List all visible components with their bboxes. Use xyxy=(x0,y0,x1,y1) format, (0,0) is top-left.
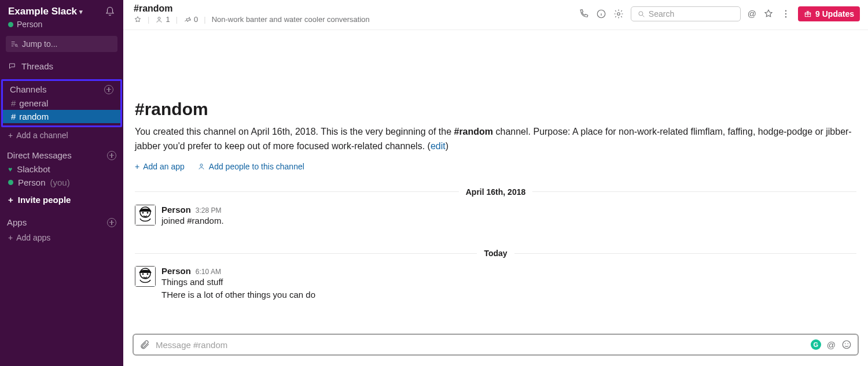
current-user[interactable]: Person xyxy=(0,19,123,34)
message-sender[interactable]: Person xyxy=(161,205,191,215)
threads-icon xyxy=(8,62,17,71)
add-channel-label: Add a channel xyxy=(16,131,68,140)
message-time: 6:10 AM xyxy=(196,268,221,276)
plus-icon: + xyxy=(135,162,139,171)
bell-icon[interactable] xyxy=(105,6,115,17)
avatar[interactable] xyxy=(135,266,156,287)
info-icon[interactable] xyxy=(596,9,606,19)
add-channel-icon[interactable] xyxy=(104,85,113,94)
dms-header[interactable]: Direct Messages xyxy=(7,150,72,160)
members-icon[interactable]: 1 xyxy=(155,15,170,24)
channel-intro-text: You created this channel on April 16th, … xyxy=(135,125,856,154)
svg-point-5 xyxy=(785,10,786,11)
apps-section: Apps xyxy=(0,214,123,230)
pins-count: 0 xyxy=(194,15,198,24)
date-separator: Today xyxy=(135,249,856,258)
composer-area: Message #random G @ xyxy=(123,330,868,366)
members-count: 1 xyxy=(165,15,170,24)
search-icon xyxy=(637,10,645,18)
message: Person 6:10 AM Things and stuff THere is… xyxy=(135,264,856,307)
svg-point-12 xyxy=(142,212,144,213)
svg-point-16 xyxy=(142,273,144,275)
add-app-link[interactable]: + Add an app xyxy=(135,162,185,171)
channel-topic[interactable]: Non-work banter and water cooler convers… xyxy=(212,15,370,24)
hash-icon: # xyxy=(11,98,16,108)
add-people-link[interactable]: Add people to this channel xyxy=(197,162,304,171)
plus-icon: + xyxy=(8,195,13,205)
star-icon[interactable] xyxy=(134,16,142,24)
dm-item-self[interactable]: Person (you) xyxy=(0,176,123,189)
apps-header[interactable]: Apps xyxy=(7,217,27,227)
channel-intro-title: #random xyxy=(135,99,856,119)
dm-name: Slackbot xyxy=(17,164,50,174)
updates-button[interactable]: 9 Updates xyxy=(798,6,860,21)
add-apps-link[interactable]: + Add apps xyxy=(0,230,123,246)
channel-header: #random | 1 | 0 | Non-work banter and wa… xyxy=(123,0,868,30)
star-outline-icon[interactable] xyxy=(763,9,774,19)
gear-icon[interactable] xyxy=(613,9,624,19)
dm-item-slackbot[interactable]: ♥ Slackbot xyxy=(0,162,123,176)
pin-icon[interactable]: 0 xyxy=(183,15,198,24)
edit-purpose-link[interactable]: edit xyxy=(431,141,446,151)
svg-point-4 xyxy=(639,11,643,15)
threads-label: Threads xyxy=(21,61,53,71)
hash-icon: # xyxy=(11,112,16,121)
svg-point-3 xyxy=(617,12,620,15)
you-suffix: (you) xyxy=(50,178,70,187)
more-icon[interactable] xyxy=(781,9,791,19)
message-composer[interactable]: Message #random G @ xyxy=(133,334,859,356)
channel-item-general[interactable]: # general xyxy=(3,97,120,110)
message-text: joined #random. xyxy=(161,215,856,227)
mention-icon[interactable]: @ xyxy=(827,340,836,350)
gift-icon xyxy=(804,10,812,18)
svg-point-0 xyxy=(15,45,17,47)
search-placeholder: Search xyxy=(649,9,674,19)
svg-point-19 xyxy=(845,343,846,345)
current-user-name: Person xyxy=(17,20,42,29)
phone-icon[interactable] xyxy=(579,9,589,19)
svg-point-20 xyxy=(848,343,849,345)
jump-to[interactable]: Jump to... xyxy=(6,36,117,52)
list-search-icon xyxy=(10,40,19,48)
presence-dot-icon xyxy=(8,180,13,185)
system-message: Person 3:28 PM joined #random. xyxy=(135,202,856,233)
attach-icon[interactable] xyxy=(139,339,150,350)
add-channel-link[interactable]: + Add a channel xyxy=(0,127,123,143)
channel-item-random[interactable]: # random xyxy=(3,110,120,123)
channel-name: general xyxy=(19,98,48,108)
svg-point-17 xyxy=(147,273,149,275)
workspace-name: Example Slack xyxy=(8,6,77,17)
svg-point-18 xyxy=(843,341,851,349)
message-sender[interactable]: Person xyxy=(161,266,191,276)
jump-to-placeholder: Jump to... xyxy=(22,39,57,49)
invite-label: Invite people xyxy=(18,195,71,205)
threads-link[interactable]: Threads xyxy=(0,56,123,77)
workspace-switcher[interactable]: Example Slack ▾ xyxy=(8,6,83,17)
svg-point-9 xyxy=(200,164,203,166)
svg-point-6 xyxy=(785,13,786,14)
add-apps-label: Add apps xyxy=(16,233,50,242)
message-time: 3:28 PM xyxy=(196,206,222,215)
channel-title[interactable]: #random xyxy=(134,3,173,14)
date-separator: April 16th, 2018 xyxy=(135,187,856,197)
avatar[interactable] xyxy=(135,205,156,225)
new-dm-icon[interactable] xyxy=(107,151,116,160)
sidebar: Example Slack ▾ Person Jump to... Thread… xyxy=(0,0,123,366)
plus-icon: + xyxy=(8,131,13,140)
message-text: THere is a lot of other things you can d… xyxy=(161,289,856,301)
updates-label: 9 Updates xyxy=(815,9,854,19)
search-input[interactable]: Search xyxy=(631,6,741,21)
person-icon xyxy=(197,162,205,171)
svg-point-13 xyxy=(147,212,149,213)
svg-point-1 xyxy=(158,17,160,19)
emoji-icon[interactable] xyxy=(841,339,852,350)
add-app-icon[interactable] xyxy=(107,218,116,227)
heart-icon: ♥ xyxy=(8,166,12,173)
mentions-icon[interactable]: @ xyxy=(748,9,756,19)
message-pane[interactable]: #random You created this channel on Apri… xyxy=(123,30,868,330)
grammarly-icon[interactable]: G xyxy=(811,339,821,350)
chevron-down-icon: ▾ xyxy=(79,8,83,16)
channels-header[interactable]: Channels xyxy=(10,84,46,94)
invite-people-link[interactable]: + Invite people xyxy=(0,189,123,210)
svg-point-7 xyxy=(785,16,786,17)
